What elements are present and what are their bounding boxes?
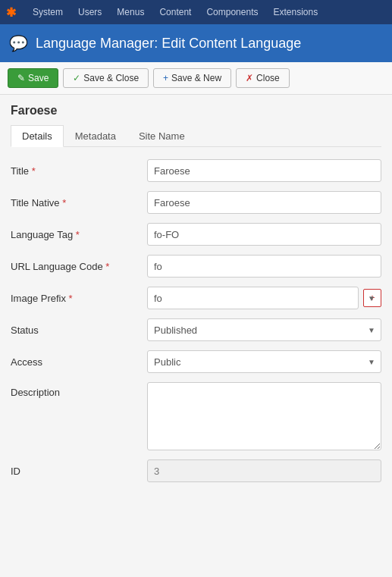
access-select-wrapper: Public Registered Special Super Users ▼ bbox=[147, 350, 381, 373]
id-field-group: ID bbox=[11, 459, 381, 482]
save-close-button[interactable]: ✓ Save & Close bbox=[63, 68, 149, 88]
title-native-field-group: Title Native * bbox=[11, 191, 381, 214]
plus-icon: + bbox=[163, 73, 168, 83]
save-icon: ✎ bbox=[17, 73, 25, 83]
title-native-input[interactable] bbox=[147, 191, 381, 214]
nav-system[interactable]: System bbox=[25, 0, 71, 24]
id-label: ID bbox=[11, 466, 147, 477]
close-button[interactable]: ✗ Close bbox=[236, 68, 290, 88]
language-tag-field-group: Language Tag * bbox=[11, 223, 381, 246]
page-header: 💬 Language Manager: Edit Content Languag… bbox=[0, 24, 392, 62]
nav-content[interactable]: Content bbox=[152, 0, 199, 24]
nav-menus[interactable]: Menus bbox=[109, 0, 152, 24]
section-title: Faroese bbox=[11, 104, 381, 118]
nav-extensions[interactable]: Extensions bbox=[265, 0, 325, 24]
close-label: Close bbox=[256, 73, 280, 83]
url-language-code-label: URL Language Code * bbox=[11, 261, 147, 272]
title-input[interactable] bbox=[147, 159, 381, 182]
nav-users[interactable]: Users bbox=[71, 0, 109, 24]
joomla-logo: ✱ bbox=[6, 5, 16, 20]
image-prefix-field-group: Image Prefix * fo ▼ + bbox=[11, 287, 381, 309]
description-label: Description bbox=[11, 382, 147, 398]
save-button[interactable]: ✎ Save bbox=[8, 68, 58, 88]
nav-components[interactable]: Components bbox=[199, 0, 265, 24]
status-select-wrapper: Published Unpublished Archived Trashed ▼ bbox=[147, 318, 381, 341]
page-title: Language Manager: Edit Content Language bbox=[36, 36, 301, 52]
save-new-button[interactable]: + Save & New bbox=[153, 68, 231, 88]
image-prefix-label: Image Prefix * bbox=[11, 293, 147, 304]
tab-bar: Details Metadata Site Name bbox=[11, 125, 381, 147]
flag-select-button[interactable]: + bbox=[363, 289, 381, 307]
toolbar: ✎ Save ✓ Save & Close + Save & New ✗ Clo… bbox=[0, 62, 392, 95]
id-input bbox=[147, 459, 381, 482]
save-close-label: Save & Close bbox=[83, 73, 139, 83]
tab-details[interactable]: Details bbox=[11, 125, 64, 147]
access-select[interactable]: Public Registered Special Super Users bbox=[147, 350, 381, 373]
save-new-label: Save & New bbox=[171, 73, 221, 83]
content-area: Faroese Details Metadata Site Name Title… bbox=[0, 95, 392, 500]
url-language-code-field-group: URL Language Code * bbox=[11, 255, 381, 278]
language-tag-input[interactable] bbox=[147, 223, 381, 246]
top-navigation: ✱ System Users Menus Content Components … bbox=[0, 0, 392, 24]
image-prefix-select-wrapper: fo ▼ + bbox=[147, 287, 381, 309]
title-label: Title * bbox=[11, 165, 147, 177]
image-prefix-select[interactable]: fo bbox=[147, 287, 359, 309]
check-icon: ✓ bbox=[73, 73, 80, 83]
description-field-group: Description bbox=[11, 382, 381, 450]
title-native-label: Title Native * bbox=[11, 197, 147, 209]
status-select[interactable]: Published Unpublished Archived Trashed bbox=[147, 318, 381, 341]
language-tag-label: Language Tag * bbox=[11, 229, 147, 240]
status-field-group: Status Published Unpublished Archived Tr… bbox=[11, 318, 381, 341]
close-icon: ✗ bbox=[246, 73, 253, 83]
status-label: Status bbox=[11, 325, 147, 336]
tab-site-name[interactable]: Site Name bbox=[127, 125, 196, 147]
title-field-group: Title * bbox=[11, 159, 381, 182]
tab-metadata[interactable]: Metadata bbox=[64, 125, 127, 147]
access-field-group: Access Public Registered Special Super U… bbox=[11, 350, 381, 373]
page-header-icon: 💬 bbox=[9, 34, 28, 52]
url-language-code-input[interactable] bbox=[147, 255, 381, 278]
save-label: Save bbox=[28, 73, 49, 83]
access-label: Access bbox=[11, 356, 147, 368]
description-textarea[interactable] bbox=[147, 382, 381, 450]
